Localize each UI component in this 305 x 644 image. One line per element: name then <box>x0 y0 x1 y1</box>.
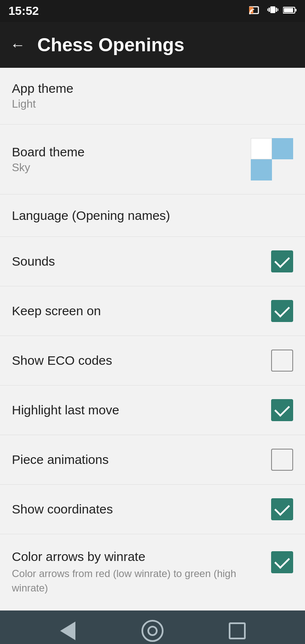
svg-rect-10 <box>295 9 297 11</box>
settings-list: App theme Light Board theme Sky Language… <box>0 68 305 611</box>
setting-board-theme[interactable]: Board theme Sky <box>0 125 305 194</box>
keep-screen-on-checkbox[interactable] <box>271 300 293 322</box>
status-time: 15:52 <box>8 4 39 18</box>
nav-recents-icon <box>229 622 246 639</box>
svg-point-2 <box>249 13 251 14</box>
setting-show-coordinates-title: Show coordinates <box>12 502 271 516</box>
app-bar-title: Chess Openings <box>37 34 184 56</box>
setting-keep-screen-on[interactable]: Keep screen on <box>0 286 305 336</box>
show-eco-codes-checkbox[interactable] <box>271 350 293 372</box>
setting-show-coordinates[interactable]: Show coordinates <box>0 485 305 534</box>
setting-highlight-last-move-left: Highlight last move <box>12 403 271 417</box>
back-button[interactable]: ← <box>10 37 25 53</box>
setting-color-arrows-title: Color arrows by winrate <box>12 550 271 564</box>
cast-icon <box>249 5 263 17</box>
setting-board-theme-left: Board theme Sky <box>12 145 251 174</box>
setting-language-left: Language (Opening names) <box>12 208 293 223</box>
board-cell-sky-bl <box>251 159 272 180</box>
setting-keep-screen-on-left: Keep screen on <box>12 304 271 318</box>
svg-rect-3 <box>270 6 275 13</box>
battery-icon <box>283 6 297 16</box>
setting-sounds[interactable]: Sounds <box>0 237 305 286</box>
board-cell-sky-tr <box>272 138 293 159</box>
piece-animations-checkbox[interactable] <box>271 449 293 471</box>
board-cell-empty-br <box>272 159 293 180</box>
setting-highlight-last-move[interactable]: Highlight last move <box>0 386 305 435</box>
setting-piece-animations[interactable]: Piece animations <box>0 435 305 485</box>
app-bar: ← Chess Openings <box>0 22 305 68</box>
setting-piece-animations-title: Piece animations <box>12 452 271 467</box>
status-bar: 15:52 <box>0 0 305 22</box>
setting-sounds-title: Sounds <box>12 254 271 269</box>
setting-sounds-left: Sounds <box>12 254 271 269</box>
setting-keep-screen-on-title: Keep screen on <box>12 304 271 318</box>
vibrate-icon <box>267 5 279 17</box>
sounds-checkbox[interactable] <box>271 250 293 272</box>
nav-back-icon <box>60 622 75 640</box>
svg-rect-4 <box>269 8 270 12</box>
board-cell-white-tl <box>251 138 272 159</box>
setting-color-arrows[interactable]: Color arrows by winrate Color arrows fro… <box>0 534 305 611</box>
setting-language-title: Language (Opening names) <box>12 208 293 223</box>
setting-color-arrows-left: Color arrows by winrate Color arrows fro… <box>12 550 271 595</box>
setting-app-theme-subtitle: Light <box>12 97 293 111</box>
svg-rect-7 <box>277 8 278 11</box>
svg-rect-9 <box>284 8 293 12</box>
nav-home-icon <box>141 620 164 642</box>
setting-language[interactable]: Language (Opening names) <box>0 194 305 237</box>
svg-rect-5 <box>276 8 277 12</box>
bottom-navigation <box>0 611 305 644</box>
setting-highlight-last-move-title: Highlight last move <box>12 403 271 417</box>
board-theme-preview <box>251 138 293 180</box>
nav-home-button[interactable] <box>139 617 166 644</box>
setting-app-theme[interactable]: App theme Light <box>0 68 305 125</box>
setting-show-coordinates-left: Show coordinates <box>12 502 271 516</box>
color-arrows-checkbox[interactable] <box>271 551 293 573</box>
svg-rect-6 <box>267 8 268 11</box>
setting-board-theme-title: Board theme <box>12 145 251 159</box>
setting-show-eco-codes-left: Show ECO codes <box>12 353 271 368</box>
setting-app-theme-title: App theme <box>12 81 293 96</box>
status-icons <box>249 5 297 17</box>
setting-board-theme-subtitle: Sky <box>12 161 251 174</box>
nav-recents-button[interactable] <box>224 617 251 644</box>
show-coordinates-checkbox[interactable] <box>271 498 293 520</box>
setting-piece-animations-left: Piece animations <box>12 452 271 467</box>
setting-app-theme-left: App theme Light <box>12 81 293 111</box>
setting-show-eco-codes-title: Show ECO codes <box>12 353 271 368</box>
highlight-last-move-checkbox[interactable] <box>271 399 293 421</box>
setting-color-arrows-description: Color arrows from red (low winrate) to g… <box>12 566 249 595</box>
setting-show-eco-codes[interactable]: Show ECO codes <box>0 336 305 386</box>
nav-back-button[interactable] <box>54 617 81 644</box>
